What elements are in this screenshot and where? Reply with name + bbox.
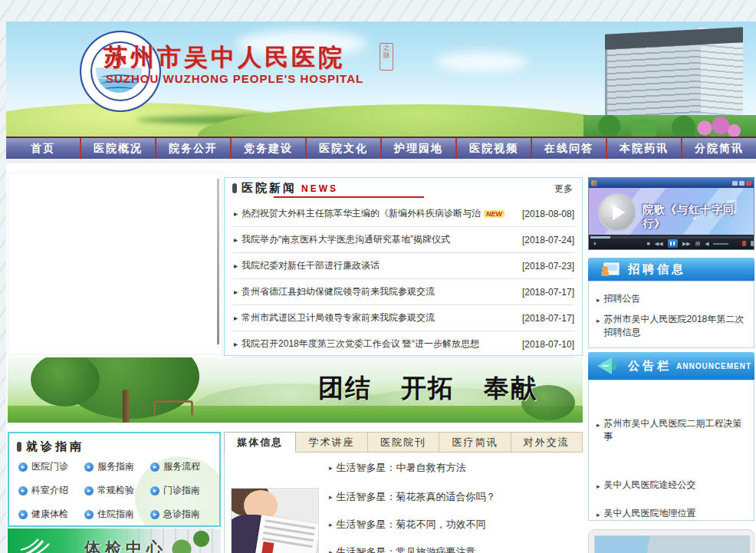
announcement-panel: ▸ 苏州市吴中人民医院二期工程决策事 ▸ 吴中人民医院途经公交 ▸ 吴中人民医院… (588, 380, 754, 521)
media-article-title[interactable]: 生活智多星：常见旅游病要注意 (337, 545, 476, 553)
tab-medical-briefs[interactable]: 医疗简讯 (439, 432, 511, 453)
tab-media-info[interactable]: 媒体信息 (224, 432, 296, 453)
maximize-icon[interactable] (739, 181, 744, 186)
guide-link-label[interactable]: 急诊指南 (163, 508, 200, 521)
pause-button[interactable] (668, 239, 678, 248)
settings-icon[interactable] (751, 241, 754, 246)
media-article-title[interactable]: 生活智多星：菊花不同，功效不同 (337, 518, 486, 532)
nav-item-overview[interactable]: 医院概况 (80, 138, 155, 159)
record-icon[interactable] (742, 241, 745, 246)
media-article-title[interactable]: 生活智多星：中暑自救有方法 (337, 461, 466, 475)
stop-icon[interactable]: ■ (647, 241, 650, 246)
announcement-link-label[interactable]: 苏州市吴中人民医院二期工程决策事 (604, 417, 746, 443)
guide-link-emergency[interactable]: ▸急诊指南 (150, 508, 216, 521)
announcement-header: 公告栏 ANNOUNCEMENT (588, 352, 754, 380)
nav-item-nursing[interactable]: 护理园地 (380, 138, 455, 159)
red-underline (274, 196, 424, 198)
media-article-title[interactable]: 生活智多星：菊花茶真的适合你吗？ (337, 490, 496, 504)
hospital-news-panel: 医院新闻NEWS 更多 ▸ 热烈祝贺大外科主任陈革华主编的《新编外科疾病诊断与治… (224, 177, 583, 356)
slogan-word: 团结 (318, 373, 372, 403)
close-icon[interactable] (746, 181, 751, 186)
visit-guide-panel: 就诊指南 ▸医院门诊 ▸服务指南 ▸服务流程 ▸科室介绍 ▸常规检验 ▸门诊指南… (8, 432, 221, 527)
player-titlebar (589, 178, 754, 188)
hospital-intro-box[interactable]: 医院简介 (588, 529, 754, 553)
nav-item-video[interactable]: 医院视频 (455, 138, 531, 159)
news-item-link[interactable]: 贵州省德江县妇幼保健院领导前来我院参观交流 (242, 285, 508, 298)
playlist-icon[interactable]: ▤ (695, 241, 701, 247)
news-item-link[interactable]: 热烈祝贺大外科主任陈革华主编的《新编外科疾病诊断与治NEW (242, 207, 508, 220)
announcement-link[interactable]: ▸ 吴中人民医院途经公交 (597, 479, 746, 493)
circle-arrow-icon: ▸ (84, 462, 94, 472)
news-item-link[interactable]: 我院举办“南京医科大学医患沟通研究基地”揭牌仪式 (242, 233, 508, 246)
guide-link-lab-tests[interactable]: ▸常规检验 (84, 484, 150, 497)
nav-item-party[interactable]: 党务建设 (230, 138, 305, 159)
nav-item-pharmacy[interactable]: 本院药讯 (606, 138, 681, 159)
progress-bar[interactable] (590, 236, 753, 239)
guide-link-checkup[interactable]: ▸健康体检 (18, 508, 84, 521)
guide-link-label[interactable]: 健康体检 (31, 508, 68, 521)
news-item-title[interactable]: 热烈祝贺大外科主任陈革华主编的《新编外科疾病诊断与治 (242, 208, 481, 219)
tab-lectures[interactable]: 学术讲座 (296, 432, 367, 453)
main-navigation: 首页 医院概况 院务公开 党务建设 医院文化 护理园地 医院视频 在线问答 本院… (6, 137, 756, 159)
guide-link-label[interactable]: 科室介绍 (31, 484, 68, 497)
guide-link-service-flow[interactable]: ▸服务流程 (150, 460, 216, 473)
bench-graphic (153, 400, 193, 415)
announcement-link-label[interactable]: 吴中人民医院地理位置 (604, 507, 696, 522)
nav-item-affairs[interactable]: 院务公开 (155, 138, 230, 159)
info-tabs: 媒体信息 学术讲座 医院院刊 医疗简讯 对外交流 (224, 432, 583, 453)
guide-link-outpatient-guide[interactable]: ▸门诊指南 (150, 484, 216, 497)
guide-link-outpatient[interactable]: ▸医院门诊 (18, 460, 84, 473)
circle-arrow-icon: ▸ (150, 510, 159, 519)
recruitment-link[interactable]: ▸ 招聘公告 (597, 292, 746, 307)
recruitment-icon (599, 262, 620, 277)
nav-item-branch[interactable]: 分院简讯 (681, 138, 756, 159)
media-article-link[interactable]: ▸生活智多星：菊花茶真的适合你吗？ (329, 483, 582, 511)
checkup-center-banner[interactable]: 体检中心 (8, 528, 221, 553)
guide-header: 就诊指南 (9, 433, 219, 454)
media-article-link[interactable]: ▸生活智多星：中暑自救有方法 (329, 453, 582, 483)
guide-link-label[interactable]: 常规检验 (97, 484, 134, 497)
nav-item-home[interactable]: 首页 (6, 138, 80, 159)
previous-icon[interactable]: ◀◀ (655, 241, 663, 247)
announcement-title: 公告栏 (628, 359, 672, 374)
news-item-link[interactable]: 我院召开2018年度第三次党委工作会议 暨“进一步解放思想 (242, 337, 508, 351)
guide-link-label[interactable]: 服务指南 (97, 460, 134, 473)
guide-link-inpatient[interactable]: ▸住院指南 (84, 508, 150, 521)
news-more-link[interactable]: 更多 (554, 183, 573, 196)
guide-link-service-guide[interactable]: ▸服务指南 (84, 460, 150, 473)
recruitment-link[interactable]: ▸ 苏州市吴中人民医院2018年第二次招聘信息 (597, 313, 746, 339)
news-item: ▸ 贵州省德江县妇幼保健院领导前来我院参观交流 [2018-07-17] (232, 279, 574, 305)
slideshow-area (8, 172, 222, 355)
announcement-link[interactable]: ▸ 苏州市吴中人民医院二期工程决策事 (597, 417, 746, 443)
player-controls: ▾ ■ ◀◀ ▶▶ ▤ ◀ (589, 235, 754, 249)
minimize-icon[interactable] (732, 181, 738, 186)
next-icon[interactable]: ▶▶ (682, 241, 691, 247)
hospital-homepage: { "header": { "name_cn": "苏州市吴中人民医院", "n… (0, 0, 756, 553)
news-item-link[interactable]: 常州市武进区卫计局领导专家前来我院参观交流 (242, 311, 508, 324)
options-dropdown-icon[interactable]: ▾ (593, 241, 597, 247)
volume-slider[interactable] (713, 243, 729, 245)
announcement-link[interactable]: ▸ 吴中人民医院地理位置 (597, 507, 746, 522)
guide-link-label[interactable]: 服务流程 (163, 460, 200, 473)
nav-item-culture[interactable]: 医院文化 (305, 138, 380, 159)
tab-journal[interactable]: 医院院刊 (368, 432, 439, 453)
tab-exchange[interactable]: 对外交流 (511, 432, 583, 453)
arrow-icon: ▸ (234, 314, 238, 322)
announcement-link-label[interactable]: 吴中人民医院途经公交 (604, 479, 696, 493)
guide-link-departments[interactable]: ▸科室介绍 (18, 484, 84, 497)
guide-link-label[interactable]: 门诊指南 (163, 484, 200, 497)
cloud-graphic (436, 52, 528, 72)
nav-item-qa[interactable]: 在线问答 (531, 138, 606, 159)
volume-icon[interactable]: ◀ (705, 241, 708, 247)
media-article-link[interactable]: ▸生活智多星：常见旅游病要注意 (329, 538, 582, 553)
news-item-date: [2018-07-17] (508, 287, 574, 298)
media-article-link[interactable]: ▸生活智多星：菊花不同，功效不同 (329, 511, 582, 538)
news-item-link[interactable]: 我院纪委对新任干部进行廉政谈话 (242, 259, 508, 272)
guide-link-label[interactable]: 住院指南 (97, 508, 134, 521)
player-buttons-row: ▾ ■ ◀◀ ▶▶ ▤ ◀ (589, 239, 754, 248)
recruitment-link-label[interactable]: 招聘公告 (604, 292, 641, 307)
play-button[interactable] (598, 193, 636, 232)
guide-link-label[interactable]: 医院门诊 (31, 460, 68, 473)
recruitment-link-label[interactable]: 苏州市吴中人民医院2018年第二次招聘信息 (604, 313, 746, 339)
bullet-icon (17, 442, 21, 452)
